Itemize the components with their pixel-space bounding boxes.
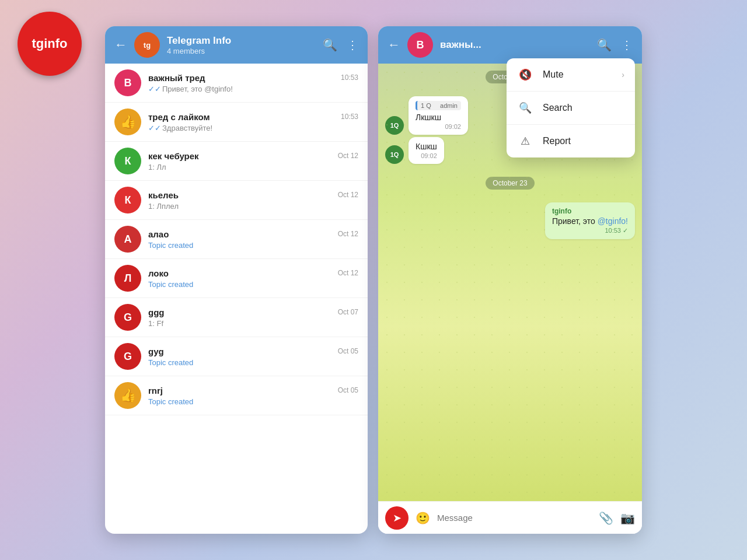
chat-list: В важный тред 10:53 ✓✓Привет, это @tginf… (105, 64, 368, 415)
right-chat-name: важны... (440, 39, 590, 51)
chat-avatar-3: К (114, 148, 141, 174)
chat-name-6: локо (148, 268, 169, 278)
chat-item-9[interactable]: 👍 rnrj Oct 05 Topic created (105, 376, 368, 415)
chat-top-1: важный тред 10:53 (148, 73, 358, 83)
back-button[interactable]: ← (114, 37, 127, 52)
menu-item-mute[interactable]: 🔇 Mute › (507, 58, 635, 92)
menu-item-report[interactable]: ⚠ Report (507, 125, 635, 158)
mute-chevron: › (622, 70, 624, 79)
chat-time-1: 10:53 (341, 74, 358, 82)
menu-item-search[interactable]: 🔍 Search (507, 92, 635, 125)
chat-content-6: локо Oct 12 Topic created (148, 268, 358, 289)
emoji-icon[interactable]: 🙂 (416, 511, 430, 525)
attach-icon[interactable]: 📎 (599, 511, 613, 525)
chat-preview-9: Topic created (148, 397, 358, 406)
left-panel: ← tg Telegram Info 4 members 🔍 ⋮ В важны… (105, 26, 368, 534)
chat-top-8: gyg Oct 05 (148, 346, 358, 356)
group-name: Telegram Info (167, 35, 316, 47)
chat-time-8: Oct 05 (338, 347, 358, 355)
chat-name-8: gyg (148, 346, 164, 356)
chat-top-6: локо Oct 12 (148, 268, 358, 278)
chat-preview-2: ✓✓Здравствуйте! (148, 124, 358, 132)
header-icons: 🔍 ⋮ (323, 38, 358, 52)
chat-time-6: Oct 12 (338, 269, 358, 277)
chat-content-8: gyg Oct 05 Topic created (148, 346, 358, 367)
chat-name-5: алао (148, 229, 169, 239)
chat-item-6[interactable]: Л локо Oct 12 Topic created (105, 259, 368, 298)
chat-top-9: rnrj Oct 05 (148, 386, 358, 396)
message-time-1: 09:02 (416, 123, 461, 130)
right-more-icon[interactable]: ⋮ (621, 38, 633, 52)
chat-preview-5: Topic created (148, 241, 358, 250)
outgoing-sender: tginfo (552, 207, 628, 215)
mute-label: Mute (543, 69, 612, 80)
more-icon[interactable]: ⋮ (347, 38, 358, 52)
search-menu-icon: 🔍 (517, 100, 533, 116)
group-members: 4 members (167, 47, 316, 55)
chat-name-9: rnrj (148, 386, 163, 396)
chat-avatar-8: G (114, 343, 141, 370)
right-header-icons: 🔍 ⋮ (597, 38, 633, 52)
message-bubble-2: Кшкш 09:02 (409, 137, 444, 164)
message-bubble-outgoing: tginfo Привет, это @tginfo! 10:53 ✓ (545, 202, 635, 239)
report-label: Report (543, 136, 624, 146)
chat-item-3[interactable]: К кек чебурек Oct 12 1: Лл (105, 142, 368, 181)
group-avatar-text: tg (144, 41, 151, 50)
chat-avatar-7: G (114, 304, 141, 331)
chat-item-5[interactable]: А алао Oct 12 Topic created (105, 220, 368, 259)
chat-content-2: тред с лайком 10:53 ✓✓Здравствуйте! (148, 112, 358, 132)
chat-name-4: кьелеь (148, 190, 179, 200)
sender-avatar-1q-2: 1Q (385, 145, 404, 164)
logo-text: tginfo (32, 36, 67, 51)
context-menu: 🔇 Mute › 🔍 Search ⚠ Report (507, 58, 635, 158)
chat-content-7: ggg Oct 07 1: Ff (148, 307, 358, 328)
chat-avatar-1: В (114, 69, 141, 96)
group-avatar: tg (134, 32, 160, 58)
chat-preview-7: 1: Ff (148, 319, 358, 328)
chat-item-4[interactable]: К кьелеь Oct 12 1: Лплел (105, 181, 368, 220)
chat-time-7: Oct 07 (338, 308, 358, 316)
chat-content-4: кьелеь Oct 12 1: Лплел (148, 190, 358, 211)
right-back-button[interactable]: ← (388, 37, 400, 52)
chat-avatar-4: К (114, 187, 141, 214)
chat-preview-6: Topic created (148, 280, 358, 289)
camera-icon[interactable]: 📷 (620, 511, 635, 525)
right-chat-avatar: В (407, 32, 433, 58)
chat-content-3: кек чебурек Oct 12 1: Лл (148, 151, 358, 172)
search-label: Search (543, 103, 624, 113)
chat-time-3: Oct 12 (338, 152, 358, 160)
chat-preview-8: Topic created (148, 358, 358, 367)
send-button[interactable]: ➤ (385, 506, 409, 530)
message-time-2: 09:02 (416, 152, 437, 159)
app-logo: tginfo (18, 12, 82, 76)
chat-content-5: алао Oct 12 Topic created (148, 229, 358, 250)
message-text-1: Лкшкш (416, 113, 461, 122)
messages-area-2: tginfo Привет, это @tginfo! 10:53 ✓ (378, 197, 642, 245)
group-info: Telegram Info 4 members (167, 35, 316, 55)
chat-top-5: алао Oct 12 (148, 229, 358, 239)
chat-name-2: тред с лайком (148, 112, 210, 122)
search-icon[interactable]: 🔍 (323, 38, 337, 52)
chat-item-1[interactable]: В важный тред 10:53 ✓✓Привет, это @tginf… (105, 64, 368, 103)
chat-avatar-5: А (114, 226, 141, 253)
chat-time-5: Oct 12 (338, 230, 358, 238)
chat-name-1: важный тред (148, 73, 205, 83)
message-text-2: Кшкш (416, 142, 437, 151)
chat-item-7[interactable]: G ggg Oct 07 1: Ff (105, 298, 368, 337)
chat-item-2[interactable]: 👍 тред с лайком 10:53 ✓✓Здравствуйте! (105, 103, 368, 142)
chat-avatar-2: 👍 (114, 108, 141, 135)
chat-item-8[interactable]: G gyg Oct 05 Topic created (105, 337, 368, 376)
chat-time-4: Oct 12 (338, 191, 358, 199)
chat-time-2: 10:53 (341, 113, 358, 121)
mute-icon: 🔇 (517, 66, 533, 83)
message-input[interactable] (437, 513, 592, 523)
chat-avatar-9: 👍 (114, 382, 141, 409)
chat-top-2: тред с лайком 10:53 (148, 112, 358, 122)
message-bubble-1: 1 Q admin Лкшкш 09:02 (409, 96, 468, 135)
chat-content-9: rnrj Oct 05 Topic created (148, 386, 358, 406)
report-icon: ⚠ (517, 133, 533, 149)
reply-label-1: 1 Q admin (416, 101, 461, 110)
message-input-bar: ➤ 🙂 📎 📷 (378, 501, 642, 534)
right-search-icon[interactable]: 🔍 (597, 38, 612, 52)
chat-top-7: ggg Oct 07 (148, 307, 358, 317)
